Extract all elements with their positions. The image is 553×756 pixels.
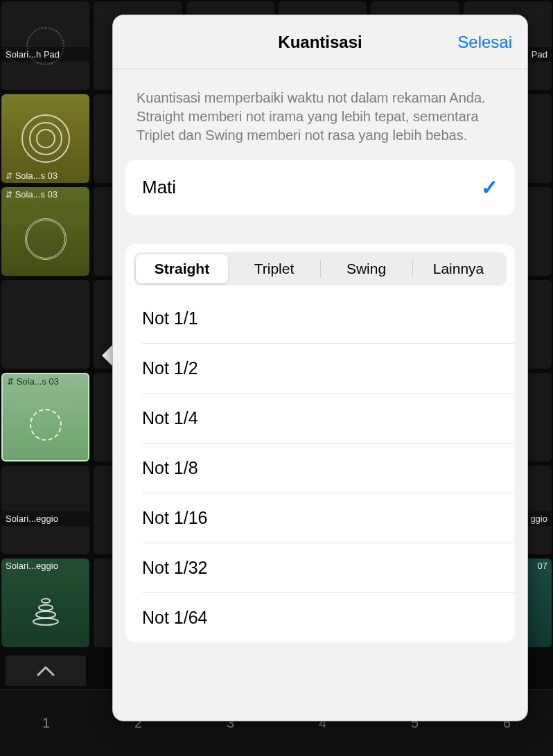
quantize-options-card: Straight Triplet Swing Lainnya Not 1/1 N… bbox=[125, 244, 515, 642]
done-button[interactable]: Selesai bbox=[457, 15, 512, 69]
tab-triplet[interactable]: Triplet bbox=[228, 254, 320, 283]
note-option[interactable]: Not 1/64 bbox=[142, 593, 515, 642]
svg-point-0 bbox=[42, 599, 50, 603]
note-option[interactable]: Not 1/4 bbox=[142, 394, 515, 443]
checkmark-icon: ✓ bbox=[481, 175, 498, 200]
column-number[interactable]: 1 bbox=[0, 690, 92, 756]
chevron-up-icon bbox=[37, 665, 55, 676]
loop-cell[interactable] bbox=[1, 280, 89, 369]
loop-label: Sola...s 03 bbox=[15, 170, 58, 181]
collapse-button[interactable] bbox=[6, 656, 86, 686]
popover-title: Kuantisasi bbox=[278, 33, 362, 52]
quantize-off-label: Mati bbox=[142, 177, 176, 198]
popover-description: Kuantisasi memperbaiki waktu not dalam r… bbox=[125, 69, 515, 160]
svg-point-3 bbox=[33, 618, 58, 625]
loop-cell[interactable]: ⇵ Sola...s 03 bbox=[1, 94, 89, 183]
loop-label: Sola...s 03 bbox=[17, 376, 59, 387]
loop-cell[interactable]: ⇵ Sola...s 03 bbox=[1, 187, 89, 276]
loop-label: Solari...h Pad bbox=[1, 47, 89, 62]
note-option[interactable]: Not 1/2 bbox=[142, 344, 515, 394]
note-value-list: Not 1/1 Not 1/2 Not 1/4 Not 1/8 Not 1/16… bbox=[125, 294, 515, 642]
loop-label: Sola...s 03 bbox=[15, 189, 58, 200]
loop-cell[interactable]: Solari...eggio bbox=[1, 559, 89, 647]
svg-point-2 bbox=[36, 611, 55, 618]
tab-straight[interactable]: Straight bbox=[136, 254, 228, 283]
note-option[interactable]: Not 1/16 bbox=[142, 493, 515, 543]
note-option[interactable]: Not 1/32 bbox=[142, 543, 515, 593]
quantize-off-option[interactable]: Mati ✓ bbox=[125, 160, 515, 215]
loop-cell-selected[interactable]: ⇵ Sola...s 03 bbox=[1, 373, 89, 461]
loop-cell[interactable]: Solari...eggio bbox=[1, 466, 89, 554]
stack-icon bbox=[32, 594, 60, 627]
svg-point-1 bbox=[39, 605, 53, 610]
quantize-popover: Kuantisasi Selesai Kuantisasi memperbaik… bbox=[112, 15, 528, 721]
loop-label: Solari...eggio bbox=[1, 559, 89, 573]
note-option[interactable]: Not 1/1 bbox=[142, 294, 515, 344]
tab-swing[interactable]: Swing bbox=[320, 254, 412, 283]
loop-cell[interactable]: Solari...h Pad bbox=[1, 1, 89, 90]
loop-label: Solari...eggio bbox=[1, 511, 89, 526]
popover-header: Kuantisasi Selesai bbox=[113, 15, 527, 69]
quantize-tab-bar: Straight Triplet Swing Lainnya bbox=[134, 252, 507, 285]
tab-other[interactable]: Lainnya bbox=[412, 254, 504, 283]
note-option[interactable]: Not 1/8 bbox=[142, 443, 515, 493]
